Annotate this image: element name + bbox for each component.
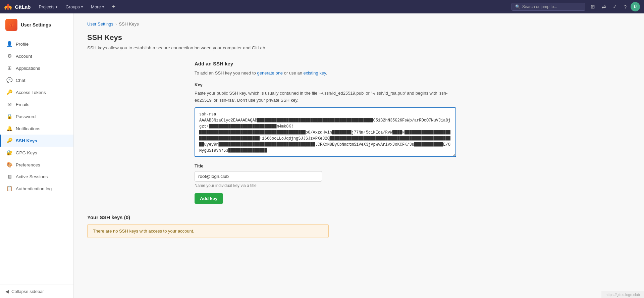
projects-chevron-icon: ▾ <box>56 5 57 9</box>
dock-icon-button[interactable]: ⊞ <box>588 2 598 11</box>
notifications-icon: 🔔 <box>6 126 12 132</box>
sidebar-item-password[interactable]: 🔒 Password <box>0 110 73 122</box>
add-key-heading: Add an SSH key <box>195 61 456 66</box>
sidebar-item-access-tokens[interactable]: 🔑 Access Tokens <box>0 86 73 98</box>
add-key-form-panel: Add an SSH key To add an SSH key you nee… <box>195 61 456 203</box>
access-tokens-icon: 🔑 <box>6 89 12 95</box>
navbar: GitLab Projects ▾ Groups ▾ More ▾ + 🔍 Se… <box>0 0 644 13</box>
chat-icon: 💬 <box>6 77 12 83</box>
sidebar-item-notifications[interactable]: 🔔 Notifications <box>0 122 73 135</box>
sidebar-item-chat[interactable]: 💬 Chat <box>0 74 73 86</box>
sidebar-navigation: 👤 Profile ⚙ Account ⊞ Applications 💬 Cha… <box>0 35 73 197</box>
page-layout: User Settings 👤 Profile ⚙ Account ⊞ Appl… <box>0 13 644 298</box>
preferences-icon: 🎨 <box>6 162 12 168</box>
title-input[interactable] <box>195 171 322 182</box>
add-key-wrapper: Add an SSH key To add an SSH key you nee… <box>87 61 456 203</box>
ssh-keys-icon: 🔑 <box>6 138 12 144</box>
applications-icon: ⊞ <box>6 65 12 71</box>
new-item-button[interactable]: + <box>109 2 118 12</box>
profile-icon: 👤 <box>6 41 12 47</box>
help-icon-button[interactable]: ? <box>621 2 629 11</box>
brand-name: GitLab <box>15 4 31 10</box>
breadcrumb-current: SSH Keys <box>119 21 139 27</box>
sidebar-header: User Settings <box>0 13 73 35</box>
more-chevron-icon: ▾ <box>102 5 104 9</box>
title-hint: Name your individual key via a title <box>195 183 456 188</box>
sidebar-title: User Settings <box>21 22 51 28</box>
search-placeholder: Search or jump to... <box>522 4 557 9</box>
sidebar-item-gpg-keys[interactable]: 🔐 GPG Keys <box>0 147 73 159</box>
ssh-keys-list-section: Your SSH keys (0) There are no SSH keys … <box>87 214 329 238</box>
nav-projects[interactable]: Projects ▾ <box>36 3 60 11</box>
sidebar-item-applications[interactable]: ⊞ Applications <box>0 62 73 74</box>
breadcrumb-separator: › <box>115 21 117 27</box>
search-box[interactable]: 🔍 Search or jump to... <box>512 3 585 11</box>
breadcrumb-parent-link[interactable]: User Settings <box>87 21 113 27</box>
generate-one-link[interactable]: generate one <box>257 70 283 76</box>
title-label: Title <box>195 163 456 168</box>
search-icon: 🔍 <box>515 4 520 9</box>
sidebar-avatar <box>5 19 17 31</box>
add-key-desc: To add an SSH key you need to generate o… <box>195 70 456 77</box>
sidebar-item-profile[interactable]: 👤 Profile <box>0 38 73 50</box>
merge-request-icon-button[interactable]: ⇄ <box>599 2 609 11</box>
nav-groups[interactable]: Groups ▾ <box>63 3 86 11</box>
sidebar-item-active-sessions[interactable]: 🖥 Active Sessions <box>0 171 73 183</box>
gpg-keys-icon: 🔐 <box>6 150 12 156</box>
user-avatar-button[interactable]: U <box>631 2 640 11</box>
page-subtitle: SSH keys allow you to establish a secure… <box>87 45 463 51</box>
ssh-keys-list-heading: Your SSH keys (0) <box>87 214 329 220</box>
collapse-icon: ◀ <box>5 289 9 294</box>
navbar-right: ⊞ ⇄ ✓ ? U <box>588 2 640 11</box>
key-form-group: Key Paste your public SSH key, which is … <box>195 82 456 158</box>
page-title: SSH Keys <box>87 33 463 42</box>
add-key-button[interactable]: Add key <box>195 193 223 204</box>
existing-key-link[interactable]: existing key <box>304 70 326 76</box>
title-form-group: Title Name your individual key via a tit… <box>195 163 456 188</box>
password-icon: 🔒 <box>6 113 12 119</box>
sidebar-item-emails[interactable]: ✉ Emails <box>0 98 73 110</box>
sidebar: User Settings 👤 Profile ⚙ Account ⊞ Appl… <box>0 13 74 298</box>
emails-icon: ✉ <box>6 101 12 107</box>
content-area: User Settings › SSH Keys SSH Keys SSH ke… <box>74 13 476 246</box>
sidebar-item-ssh-keys[interactable]: 🔑 SSH Keys <box>0 135 73 147</box>
sidebar-item-preferences[interactable]: 🎨 Preferences <box>0 159 73 171</box>
sidebar-item-account[interactable]: ⚙ Account <box>0 50 73 62</box>
ssh-keys-empty-notice: There are no SSH keys with access to you… <box>87 224 329 238</box>
collapse-sidebar-button[interactable]: ◀ Collapse sidebar <box>5 289 68 294</box>
main-content: User Settings › SSH Keys SSH Keys SSH ke… <box>74 13 644 298</box>
breadcrumb: User Settings › SSH Keys <box>87 21 463 27</box>
account-icon: ⚙ <box>6 53 12 59</box>
key-textarea[interactable]: ssh-rsa AAAAB3NzaC1yc2EAAAADAQAB████████… <box>195 107 456 157</box>
nav-more[interactable]: More ▾ <box>88 3 107 11</box>
status-url: https://gitcs.logn.club <box>605 293 640 297</box>
brand-link[interactable]: GitLab <box>4 3 31 11</box>
gitlab-logo-icon <box>4 3 12 11</box>
sidebar-footer: ◀ Collapse sidebar <box>0 285 73 298</box>
status-bar: https://gitcs.logn.club <box>601 291 644 298</box>
sidebar-item-auth-log[interactable]: 📋 Authentication log <box>0 183 73 195</box>
todo-icon-button[interactable]: ✓ <box>610 2 620 11</box>
key-hint-text: Paste your public SSH key, which is usua… <box>195 90 456 104</box>
active-sessions-icon: 🖥 <box>6 174 12 180</box>
groups-chevron-icon: ▾ <box>81 5 83 9</box>
add-key-left-panel <box>87 61 181 203</box>
key-label: Key <box>195 82 456 87</box>
auth-log-icon: 📋 <box>6 186 12 192</box>
